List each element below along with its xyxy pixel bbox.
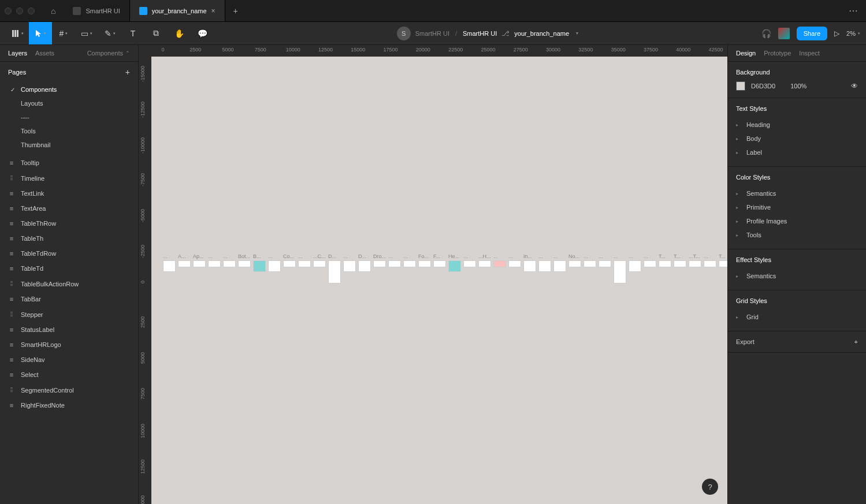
frame[interactable]: ... (583, 253, 595, 267)
frame[interactable]: ... (538, 253, 550, 272)
frame[interactable]: ... (388, 253, 400, 267)
frame[interactable]: ... (268, 253, 280, 272)
layer-item[interactable]: ≡TableTh (0, 231, 138, 246)
zoom-menu[interactable]: 2% (846, 30, 860, 37)
layer-item[interactable]: ≡StatusLabel (0, 322, 138, 337)
frame-tool[interactable]: # (52, 22, 75, 44)
layer-item[interactable]: ⦙⦙Stepper (0, 307, 138, 322)
layer-item[interactable]: ≡TableTdRow (0, 246, 138, 261)
move-tool[interactable] (29, 22, 52, 44)
color-swatch[interactable] (736, 81, 745, 91)
frame[interactable]: ... (163, 253, 174, 272)
layer-item[interactable]: ≡TableThRow (0, 216, 138, 231)
resources-tool[interactable]: ⧉ (144, 22, 168, 44)
branch-name[interactable]: your_branch_name (514, 30, 569, 37)
frame[interactable]: ...C... (313, 253, 325, 267)
present-button[interactable]: ▷ (834, 29, 839, 38)
frame[interactable]: ... (644, 253, 655, 267)
tab-prototype[interactable]: Prototype (764, 50, 791, 57)
frame[interactable]: ... (553, 253, 565, 272)
audio-icon[interactable]: 🎧 (761, 29, 771, 38)
frame[interactable]: ... (208, 253, 220, 267)
layer-item[interactable]: ≡RightFixedNote (0, 398, 138, 413)
shape-tool[interactable]: ▭ (75, 22, 98, 44)
style-item[interactable]: ▸Body (736, 132, 858, 145)
tab-design[interactable]: Design (736, 50, 756, 57)
frame[interactable]: Dro... (373, 253, 385, 267)
frame[interactable]: In... (523, 253, 535, 272)
frame[interactable]: Fo... (418, 253, 430, 267)
color-hex[interactable]: D6D3D0 (751, 83, 775, 89)
project-name[interactable]: SmartHR UI (415, 30, 449, 37)
help-button[interactable]: ? (702, 479, 718, 495)
frame[interactable]: Ap... (193, 253, 205, 267)
page-item[interactable]: Thumbnail (0, 138, 138, 152)
frame[interactable]: ... (403, 253, 415, 267)
frame[interactable]: ... (463, 253, 475, 267)
frame[interactable]: D... (328, 253, 340, 283)
team-avatar[interactable]: S (397, 27, 411, 40)
color-opacity[interactable]: 100% (790, 83, 806, 89)
minimize-dot[interactable] (16, 8, 23, 14)
page-item[interactable]: Tools (0, 124, 138, 138)
frame[interactable]: ... (508, 253, 520, 267)
frame[interactable]: D... (358, 253, 370, 272)
canvas[interactable]: 0250050007500100001250015000175002000022… (139, 45, 727, 504)
frame[interactable]: B... (253, 253, 265, 272)
style-item[interactable]: ▸Semantics (736, 269, 858, 283)
add-tab-button[interactable]: + (225, 0, 246, 21)
frame[interactable]: ...T... (689, 253, 700, 267)
frame[interactable]: No... (568, 253, 580, 267)
layer-item[interactable]: ≡TextLink (0, 186, 138, 201)
frame[interactable]: ... (223, 253, 235, 267)
layer-item[interactable]: ≡SmartHRLogo (0, 337, 138, 352)
frame[interactable]: ... (493, 253, 505, 267)
chevron-down-icon[interactable]: ▾ (576, 31, 578, 36)
frame[interactable]: ... (629, 253, 640, 272)
style-item[interactable]: ▸Profile Images (736, 214, 858, 228)
add-export-button[interactable]: + (854, 338, 858, 345)
style-item[interactable]: ▸Heading (736, 118, 858, 132)
layer-item[interactable]: ≡SideNav (0, 352, 138, 367)
share-button[interactable]: Share (797, 27, 827, 40)
file-name[interactable]: SmartHR UI (463, 30, 497, 37)
frame[interactable]: T... (719, 253, 727, 267)
frame[interactable]: ...H... (478, 253, 490, 267)
layer-item[interactable]: ≡TableTd (0, 261, 138, 276)
frame[interactable]: A... (178, 253, 189, 267)
layer-item[interactable]: ≡Tooltip (0, 155, 138, 170)
frame[interactable]: He... (448, 253, 460, 272)
frame[interactable]: ... (704, 253, 715, 267)
layer-item[interactable]: ≡TabBar (0, 292, 138, 307)
frame[interactable]: ... (599, 253, 610, 267)
user-avatar[interactable] (778, 28, 790, 39)
page-item[interactable]: Layouts (0, 96, 138, 110)
layer-item[interactable]: ≡TextArea (0, 201, 138, 216)
tab-assets[interactable]: Assets (35, 50, 54, 57)
page-item[interactable]: ---- (0, 110, 138, 124)
layer-item[interactable]: ≡Select (0, 367, 138, 382)
main-menu-button[interactable] (6, 22, 29, 44)
text-tool[interactable]: T (121, 22, 144, 44)
frame[interactable]: ... (614, 253, 625, 283)
tab-layers[interactable]: Layers (8, 50, 27, 57)
style-item[interactable]: ▸Semantics (736, 186, 858, 200)
add-page-button[interactable]: + (125, 68, 130, 77)
tab-inspect[interactable]: Inspect (799, 50, 819, 57)
canvas-content[interactable]: ...A...Ap.........Bot...B......Co.......… (151, 57, 727, 504)
tab-branch[interactable]: your_branch_name × (130, 0, 225, 21)
frame[interactable]: ... (298, 253, 310, 267)
hand-tool[interactable]: ✋ (168, 22, 191, 44)
tab-smarthr-ui[interactable]: SmartHR UI (64, 0, 129, 21)
layer-item[interactable]: ⦙⦙TableBulkActionRow (0, 276, 138, 292)
frame[interactable]: ... (343, 253, 355, 272)
style-item[interactable]: ▸Tools (736, 228, 858, 242)
style-item[interactable]: ▸Primitive (736, 200, 858, 214)
overflow-menu-icon[interactable]: ⋯ (845, 5, 861, 16)
comment-tool[interactable]: 💬 (191, 22, 214, 44)
layer-item[interactable]: ⦙⦙Timeline (0, 170, 138, 186)
frame[interactable]: T... (659, 253, 670, 267)
frame[interactable]: Bot... (238, 253, 250, 267)
style-item[interactable]: ▸Label (736, 145, 858, 159)
tab-components[interactable]: Components (87, 50, 130, 57)
